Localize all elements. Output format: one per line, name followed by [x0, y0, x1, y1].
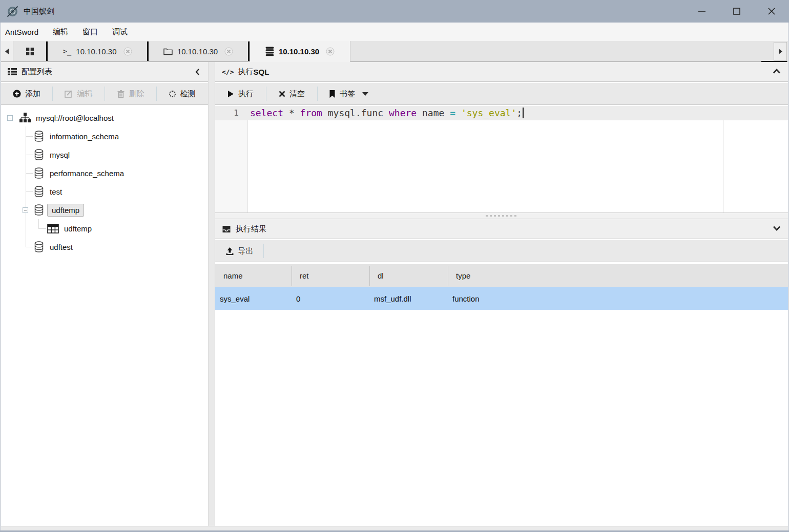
scroll-right-icon	[778, 48, 783, 55]
tree-connector	[26, 191, 33, 192]
tree-item-label: udftemp	[64, 224, 92, 233]
bookmark-button[interactable]: 书签	[318, 83, 380, 104]
sql-token	[283, 108, 289, 118]
cell-ret: 0	[292, 287, 369, 310]
tree-item-label: mysql	[50, 151, 70, 159]
tree-item-database[interactable]: performance_schema	[34, 164, 124, 182]
menu-edit[interactable]: 编辑	[48, 25, 73, 39]
database-icon	[34, 241, 44, 252]
toolbar-separator	[263, 244, 264, 258]
close-button[interactable]	[754, 0, 789, 23]
results-title: 执行结果	[236, 224, 266, 234]
tab-scroll-left-button[interactable]	[1, 41, 13, 61]
table-icon	[47, 224, 59, 233]
window-frame	[1, 526, 788, 530]
sql-editor[interactable]: 1 select * from mysql.func where name = …	[215, 106, 789, 212]
bookmark-label: 书签	[340, 89, 355, 99]
vertical-splitter[interactable]	[208, 62, 215, 526]
tree-item-label: udftemp	[47, 204, 84, 217]
delete-label: 删除	[129, 89, 144, 99]
column-header-ret[interactable]: ret	[292, 264, 369, 287]
tab-close-icon[interactable]	[224, 47, 233, 56]
check-button[interactable]: 检测	[157, 83, 208, 104]
editor-scrollbar-track	[723, 120, 724, 212]
tab-terminal[interactable]: >_ 10.10.10.30	[48, 41, 147, 61]
export-icon	[225, 247, 234, 256]
collapse-up-icon[interactable]	[773, 68, 781, 74]
window-controls	[684, 0, 789, 23]
sql-panel-header: </> 执行SQL	[215, 62, 789, 82]
tab-files[interactable]: 10.10.10.30	[149, 41, 248, 61]
tab-home[interactable]	[13, 41, 46, 61]
tree-item-connection[interactable]: mysql://root@localhost	[7, 109, 114, 127]
tab-close-icon[interactable]	[326, 47, 335, 56]
antsword-logo-icon	[7, 6, 18, 17]
tab-scroll-right-button[interactable]	[774, 42, 787, 61]
tree-item-label: test	[50, 187, 62, 196]
menubar: AntSword 编辑 窗口 调试	[0, 23, 789, 41]
export-button[interactable]: 导出	[215, 240, 263, 262]
delete-button[interactable]: 删除	[105, 83, 156, 104]
sql-code-line[interactable]: select * from mysql.func where name = 's…	[250, 106, 524, 120]
collapse-down-icon[interactable]	[773, 225, 781, 231]
play-icon	[227, 90, 234, 98]
database-icon	[34, 204, 44, 216]
grid-icon	[26, 48, 34, 55]
edit-button[interactable]: 编辑	[53, 83, 104, 104]
clear-button[interactable]: 清空	[266, 83, 317, 104]
tree-item-database[interactable]: test	[34, 182, 62, 201]
tree-item-label: udftest	[50, 243, 73, 251]
results-table: name ret dl type sys_eval 0 msf_udf.dll …	[215, 264, 789, 310]
export-label: 导出	[238, 246, 254, 256]
tree-connector	[26, 155, 33, 155]
tab-close-icon[interactable]	[123, 47, 132, 56]
database-tree: mysql://root@localhost information_schem…	[1, 106, 208, 526]
sql-token: 'sys_eval'	[461, 108, 516, 118]
scroll-left-icon	[5, 48, 9, 55]
sql-panel-title-zh: 执行	[238, 67, 253, 77]
sql-token: *	[289, 108, 295, 118]
tree-connector	[26, 136, 33, 137]
sql-token: from	[300, 108, 322, 118]
column-header-dl[interactable]: dl	[369, 264, 448, 287]
sidebar-header: 配置列表	[1, 62, 208, 82]
tab-database[interactable]: 10.10.10.30	[250, 41, 350, 62]
tree-item-database[interactable]: information_schema	[34, 127, 119, 145]
tree-connector	[26, 173, 33, 174]
clear-label: 清空	[289, 89, 305, 99]
tree-connector	[38, 219, 39, 228]
tree-item-table[interactable]: udftemp	[47, 219, 92, 238]
run-button[interactable]: 执行	[215, 83, 266, 104]
table-row[interactable]: sys_eval 0 msf_udf.dll function	[215, 287, 789, 310]
horizontal-splitter[interactable]	[215, 212, 789, 219]
sql-panel: </> 执行SQL 执行 清空 书签	[215, 62, 789, 526]
menu-window[interactable]: 窗口	[77, 25, 103, 39]
sql-panel-title-en: SQL	[253, 68, 269, 76]
menu-debug[interactable]: 调试	[107, 25, 133, 39]
add-button[interactable]: 添加	[1, 83, 52, 104]
sidebar-toolbar: 添加 编辑 删除	[1, 82, 208, 105]
collapse-expander-icon[interactable]	[23, 207, 28, 213]
tree-connector	[26, 247, 33, 247]
collapse-expander-icon[interactable]	[7, 115, 13, 121]
maximize-button[interactable]	[719, 0, 754, 23]
collapse-left-icon[interactable]	[195, 68, 200, 76]
tabbar: >_ 10.10.10.30 10.10.10.30	[1, 41, 788, 62]
sql-token: ;	[516, 108, 522, 118]
editor-gutter	[215, 106, 248, 212]
tree-item-database[interactable]: udftest	[34, 238, 73, 256]
menu-antsword[interactable]: AntSword	[5, 26, 44, 38]
edit-icon	[65, 90, 73, 98]
tree-item-label: information_schema	[50, 132, 119, 141]
minimize-button[interactable]	[684, 0, 719, 23]
sql-token: select	[250, 108, 283, 118]
results-toolbar: 导出	[215, 240, 789, 262]
column-header-name[interactable]: name	[215, 264, 292, 287]
database-icon	[34, 186, 44, 197]
tree-item-database-selected[interactable]: udftemp	[23, 201, 84, 219]
tree-item-database[interactable]: mysql	[34, 145, 70, 164]
database-icon	[34, 167, 44, 179]
sql-token	[455, 108, 461, 118]
column-header-type[interactable]: type	[448, 264, 789, 287]
main-area: 配置列表 添加 编辑	[1, 62, 788, 526]
